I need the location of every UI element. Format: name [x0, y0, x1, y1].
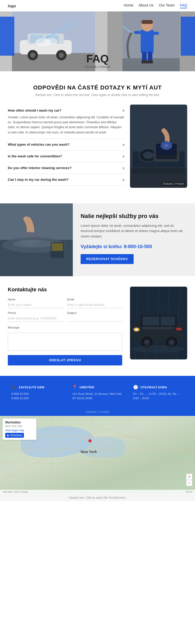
chevron-down-icon-2: ∨	[122, 154, 125, 158]
zoom-in-button[interactable]: +	[186, 474, 192, 480]
faq-content: How often should I wash my car? ∧ Answer…	[8, 105, 187, 188]
car-wash-illustration	[12, 11, 95, 71]
svg-point-72	[170, 341, 173, 344]
chevron-down-icon-1: ∨	[122, 143, 125, 147]
message-label: Message	[8, 326, 20, 329]
svg-point-7	[30, 53, 35, 58]
book-appointment-button[interactable]: REZERVOVAT SCHŮZKU	[81, 254, 134, 264]
form-group-name: Name	[8, 298, 63, 308]
info-card-location-header: 📍 UMÍSTĚNÍ	[72, 385, 123, 390]
message-textarea[interactable]	[8, 333, 122, 351]
services-content: Naše nejlepší služby pro vás Lorem ipsum…	[73, 203, 195, 276]
nav-faq[interactable]: FAQ	[180, 3, 187, 8]
hero-section: FAQ Obrázek z Freepik	[0, 11, 195, 71]
map-zoom-controls: + −	[186, 474, 192, 486]
faq-item-header-1[interactable]: What types of vehicles can you wash? ∨	[8, 143, 125, 147]
hero-title-block: FAQ Obrázek z Freepik	[85, 53, 110, 69]
directions-label: Directions	[10, 434, 22, 437]
map-location-sub: New York USA	[5, 425, 34, 428]
submit-button[interactable]: ODESLAT ZPRÁVU	[8, 355, 122, 365]
info-cards-caption-text: Obrázky z Freepik	[86, 410, 109, 413]
svg-point-49	[13, 240, 55, 248]
svg-rect-42	[133, 168, 185, 173]
info-card-hours-content: Po – Pá …. 11:00 – 20:00, So, Ne …. 6:00…	[133, 392, 184, 400]
services-image	[0, 203, 73, 276]
faq-item-header-3[interactable]: Do you offer interior cleaning services?…	[8, 166, 125, 170]
nav-team[interactable]: Our Team	[159, 3, 175, 8]
faq-question-4: Can I stay in my car during the wash?	[8, 178, 68, 182]
worker-illustration	[122, 11, 180, 71]
svg-line-84	[104, 429, 195, 455]
phone-input[interactable]	[8, 315, 63, 322]
sample-text-bar: Sample text. Click to select the Text El…	[0, 494, 195, 501]
map-terms: Terms	[186, 491, 193, 493]
faq-item-header-4[interactable]: Can I stay in my car during the wash? ∨	[8, 178, 125, 182]
svg-rect-1	[12, 53, 95, 71]
faq-item-header-2[interactable]: Is the wash safe for convertibles? ∨	[8, 154, 125, 158]
clock-icon: 🕐	[133, 385, 138, 390]
svg-point-32	[143, 152, 153, 159]
faq-question-1: What types of vehicles can you wash?	[8, 143, 69, 146]
subject-label: Subject	[67, 311, 122, 314]
services-title: Naše nejlepší služby pro vás	[81, 212, 187, 220]
form-group-email: Email	[67, 298, 122, 308]
navigation: logo Home About Us Our Team FAQ	[0, 0, 195, 11]
zoom-out-button[interactable]: −	[186, 480, 192, 486]
svg-rect-26	[141, 60, 147, 63]
svg-rect-61	[142, 317, 159, 326]
svg-point-40	[167, 142, 172, 145]
faq-item-3[interactable]: Do you offer interior cleaning services?…	[8, 162, 125, 174]
info-card-hours-header: 🕐 OTEVÍRACÍ DOBA	[133, 385, 184, 390]
svg-rect-51	[51, 243, 63, 251]
email-input[interactable]	[67, 302, 122, 308]
directions-icon: ▶	[7, 434, 9, 437]
info-card-phone-title: ZAVOLEJTE NÁM	[19, 386, 44, 389]
svg-point-73	[133, 345, 185, 353]
map-section: Manhattan New York USA View larger map ▶…	[0, 416, 195, 494]
phone-icon: 📞	[11, 385, 17, 390]
faq-item-header-0[interactable]: How often should I wash my car? ∧	[8, 108, 125, 112]
faq-item-1[interactable]: What types of vehicles can you wash? ∨	[8, 139, 125, 151]
hero-blue-rect-right	[181, 17, 195, 56]
map-attribution: Map data ©2024 Google	[3, 491, 28, 493]
info-card-location-content: 121 Rock Street, 21 Avenue, New York, NY…	[72, 392, 123, 400]
hero-title: FAQ	[85, 53, 110, 65]
svg-point-69	[146, 341, 148, 344]
services-section: Naše nejlepší služby pro vás Lorem ipsum…	[0, 203, 195, 276]
map-location-title: Manhattan	[5, 421, 34, 424]
map-pin	[88, 439, 92, 442]
form-row-phone-subject: Phone Subject	[8, 311, 122, 322]
nav-about[interactable]: About Us	[139, 3, 154, 8]
chevron-down-icon-4: ∨	[122, 178, 125, 182]
faq-questions-list: How often should I wash my car? ∧ Answer…	[8, 105, 125, 188]
info-card-hours-title: OTEVÍRACÍ DOBA	[140, 386, 167, 389]
info-card-location-title: UMÍSTĚNÍ	[80, 386, 94, 389]
contact-car-svg	[130, 287, 187, 359]
contact-section: Kontaktujte nás Name Email Phone Subject…	[0, 276, 195, 376]
faq-section: ODPOVĚDI NA ČASTÉ DOTAZY K MYTÍ AUT Samp…	[0, 71, 195, 196]
faq-question-2: Is the wash safe for convertibles?	[8, 154, 62, 158]
form-group-subject: Subject	[67, 311, 122, 322]
name-label: Name	[8, 298, 63, 301]
contact-form-panel: Kontaktujte nás Name Email Phone Subject…	[8, 287, 122, 365]
form-group-phone: Phone	[8, 311, 63, 322]
view-larger-map-link[interactable]: View larger map	[5, 429, 24, 432]
nav-home[interactable]: Home	[124, 3, 133, 8]
faq-side-image: Obrázek z Freepik	[130, 105, 187, 188]
name-input[interactable]	[8, 302, 63, 308]
faq-subtitle: Sample text. Click to select the text bo…	[8, 93, 187, 97]
faq-item-0[interactable]: How often should I wash my car? ∧ Answer…	[8, 105, 125, 139]
svg-rect-19	[141, 20, 153, 24]
faq-item-2[interactable]: Is the wash safe for convertibles? ∨	[8, 151, 125, 162]
hero-blue-rect-left	[0, 17, 14, 56]
faq-item-4[interactable]: Can I stay in my car during the wash? ∨	[8, 174, 125, 186]
info-card-hours: 🕐 OTEVÍRACÍ DOBA Po – Pá …. 11:00 – 20:0…	[129, 381, 187, 404]
svg-rect-62	[161, 317, 175, 326]
contact-image	[130, 287, 187, 359]
directions-button[interactable]: ▶ Directions	[5, 433, 24, 438]
subject-input[interactable]	[67, 315, 122, 322]
chevron-up-icon-0: ∧	[122, 108, 125, 112]
map-background: Manhattan New York USA View larger map ▶…	[0, 416, 195, 494]
faq-title: ODPOVĚDI NA ČASTÉ DOTAZY K MYTÍ AUT	[8, 84, 187, 91]
services-book-label: Vyžádejte si knihu: 8-800-10-500	[81, 244, 187, 249]
